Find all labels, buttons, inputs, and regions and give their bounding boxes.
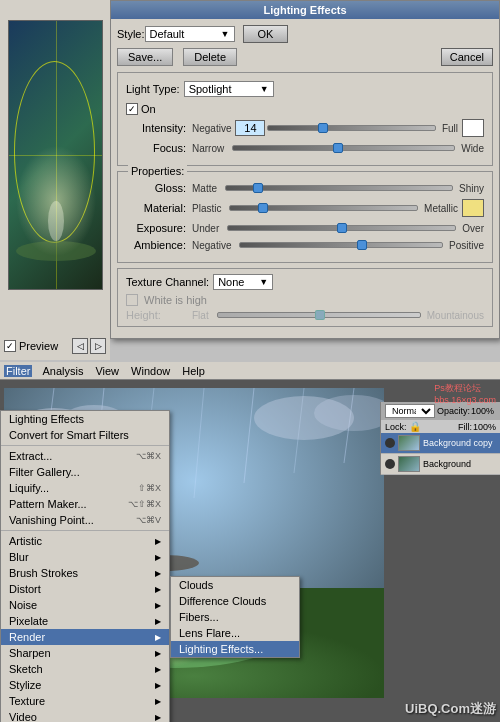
height-label: Height: [126, 309, 186, 321]
ambience-slider[interactable] [239, 242, 443, 248]
menu-filter[interactable]: Filter [4, 365, 32, 377]
menu-help[interactable]: Help [180, 365, 207, 377]
intensity-label: Intensity: [126, 122, 186, 134]
dropdown-texture[interactable]: Texture ▶ [1, 693, 169, 709]
dropdown-extract[interactable]: Extract... ⌥⌘X [1, 448, 169, 464]
on-checkbox[interactable]: ✓ [126, 103, 138, 115]
texture-section: Texture Channel: None ▼ White is high He… [117, 268, 493, 327]
material-left: Plastic [192, 203, 221, 214]
exposure-slider[interactable] [227, 225, 456, 231]
intensity-swatch[interactable] [462, 119, 484, 137]
height-slider [217, 312, 421, 318]
texture-arrow: ▼ [259, 277, 268, 287]
gloss-row: Gloss: Matte Shiny [126, 182, 484, 194]
dropdown-distort[interactable]: Distort ▶ [1, 581, 169, 597]
texture-select[interactable]: None ▼ [213, 274, 273, 290]
dropdown-sketch[interactable]: Sketch ▶ [1, 661, 169, 677]
dropdown-pattern-maker[interactable]: Pattern Maker... ⌥⇧⌘X [1, 496, 169, 512]
dropdown-divider-2 [1, 530, 169, 531]
material-label: Material: [126, 202, 186, 214]
watermark: UiBQ.Com迷游 [405, 700, 496, 718]
filter-dropdown-menu: Lighting Effects Convert for Smart Filte… [0, 410, 170, 722]
dropdown-lighting-effects[interactable]: Lighting Effects [1, 411, 169, 427]
dropdown-stylize[interactable]: Stylize ▶ [1, 677, 169, 693]
material-right: Metallic [424, 203, 458, 214]
ok-button[interactable]: OK [243, 25, 289, 43]
dialog-title: Lighting Effects [111, 1, 499, 19]
light-type-value: Spotlight [189, 83, 232, 95]
submenu-clouds[interactable]: Clouds [171, 577, 299, 593]
menu-view[interactable]: View [93, 365, 121, 377]
exposure-right: Over [462, 223, 484, 234]
render-submenu: Clouds Difference Clouds Fibers... Lens … [170, 576, 300, 658]
svg-point-2 [16, 146, 96, 256]
dropdown-sharpen[interactable]: Sharpen ▶ [1, 645, 169, 661]
preview-checkbox[interactable]: ✓ [4, 340, 16, 352]
gloss-slider[interactable] [225, 185, 453, 191]
cancel-button[interactable]: Cancel [441, 48, 493, 66]
preview-btn-left[interactable]: ◁ [72, 338, 88, 354]
dropdown-render[interactable]: Render ▶ [1, 629, 169, 645]
dropdown-artistic[interactable]: Artistic ▶ [1, 533, 169, 549]
save-button[interactable]: Save... [117, 48, 173, 66]
lock-row: Lock: 🔒 Fill: 100 % [381, 420, 500, 433]
intensity-right: Full [442, 123, 458, 134]
focus-left: Narrow [192, 143, 224, 154]
intensity-row: Intensity: Negative 14 Full [126, 119, 484, 137]
dropdown-liquify[interactable]: Liquify... ⇧⌘X [1, 480, 169, 496]
preview-canvas [8, 20, 103, 290]
intensity-input[interactable]: 14 [235, 120, 265, 136]
texture-value: None [218, 276, 244, 288]
dropdown-brush-strokes[interactable]: Brush Strokes ▶ [1, 565, 169, 581]
material-swatch[interactable] [462, 199, 484, 217]
light-type-select[interactable]: Spotlight ▼ [184, 81, 274, 97]
style-value: Default [150, 28, 185, 40]
top-right-watermark: Ps教程论坛bbs.16×g3.com [434, 382, 496, 405]
dropdown-convert-smart[interactable]: Convert for Smart Filters [1, 427, 169, 443]
submenu-lens-flare[interactable]: Lens Flare... [171, 625, 299, 641]
intensity-left: Negative [192, 123, 231, 134]
material-slider[interactable] [229, 205, 418, 211]
ambience-row: Ambience: Negative Positive [126, 239, 484, 251]
gloss-left: Matte [192, 183, 217, 194]
blend-mode-select[interactable]: Normal [385, 404, 435, 418]
layer-name-1: Background [423, 459, 471, 469]
opacity-header: Opacity: [437, 406, 470, 416]
exposure-left: Under [192, 223, 219, 234]
focus-right: Wide [461, 143, 484, 154]
height-left: Flat [192, 310, 209, 321]
menu-analysis[interactable]: Analysis [40, 365, 85, 377]
height-row: Height: Flat Mountainous [126, 309, 484, 321]
intensity-slider[interactable] [267, 125, 435, 131]
dropdown-noise[interactable]: Noise ▶ [1, 597, 169, 613]
layer-thumb-0 [398, 435, 420, 451]
dropdown-blur[interactable]: Blur ▶ [1, 549, 169, 565]
preview-btn-right[interactable]: ▷ [90, 338, 106, 354]
light-type-section: Light Type: Spotlight ▼ ✓ On Intensity: … [117, 72, 493, 166]
fill-label: Fill: [458, 422, 472, 432]
submenu-lighting-effects[interactable]: Lighting Effects... [171, 641, 299, 657]
dropdown-filter-gallery[interactable]: Filter Gallery... [1, 464, 169, 480]
light-type-label: Light Type: [126, 83, 180, 95]
layer-item-background[interactable]: Background [381, 454, 500, 475]
delete-button[interactable]: Delete [183, 48, 237, 66]
menu-window[interactable]: Window [129, 365, 172, 377]
on-label: On [141, 103, 156, 115]
submenu-fibers[interactable]: Fibers... [171, 609, 299, 625]
layer-item-background-copy[interactable]: Background copy [381, 433, 500, 454]
layer-eye-1[interactable] [385, 459, 395, 469]
dropdown-vanishing-point[interactable]: Vanishing Point... ⌥⌘V [1, 512, 169, 528]
dropdown-pixelate[interactable]: Pixelate ▶ [1, 613, 169, 629]
dropdown-video[interactable]: Video ▶ [1, 709, 169, 722]
style-row: Style: Default ▼ OK [117, 25, 493, 43]
texture-label: Texture Channel: [126, 276, 209, 288]
photoshop-bottom: Filter Analysis View Window Help [0, 362, 500, 722]
height-right: Mountainous [427, 310, 484, 321]
properties-section: Properties: Gloss: Matte Shiny Material:… [117, 171, 493, 263]
submenu-difference-clouds[interactable]: Difference Clouds [171, 593, 299, 609]
layer-eye-0[interactable] [385, 438, 395, 448]
focus-slider[interactable] [232, 145, 455, 151]
style-select[interactable]: Default ▼ [145, 26, 235, 42]
light-type-arrow: ▼ [260, 84, 269, 94]
preview-label-row: ✓ Preview ◁ ▷ [4, 338, 106, 354]
